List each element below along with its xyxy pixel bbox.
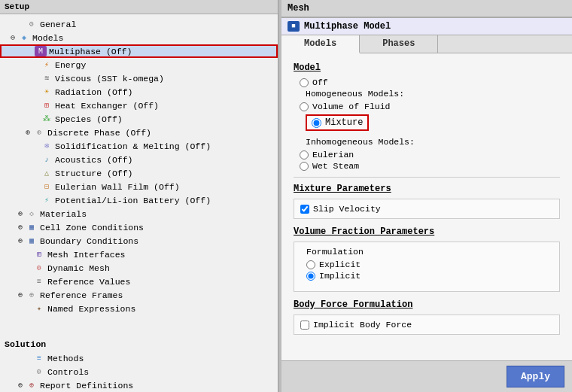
icon-reference-values: ≡ [33, 276, 45, 287]
icon-sol-report: ⊕ [26, 380, 38, 390]
right-panel-header: Mesh [281, 0, 572, 17]
tree-item-cell[interactable]: ⊕▦Cell Zone Conditions [0, 220, 278, 234]
label-off: Off [312, 77, 328, 87]
model-option-eulerian[interactable]: Eulerian [300, 150, 560, 160]
tree-item-eulerian[interactable]: ⊟Eulerian Wall Film (Off) [0, 180, 278, 193]
icon-potential: ⚡ [41, 195, 53, 205]
tree-item-heat[interactable]: ⊞Heat Exchanger (Off) [0, 99, 278, 112]
label-species: Species (Off) [55, 114, 123, 124]
tree-item-materials[interactable]: ⊕◇Materials [0, 207, 278, 220]
icon-sol-controls: ⚙ [33, 366, 45, 377]
icon-mesh-interfaces: ⊞ [33, 249, 45, 260]
icon-reference-frames: ⊕ [26, 290, 38, 300]
tree-item-solidification[interactable]: ❄Solidification & Melting (Off) [0, 139, 278, 153]
solution-item-controls[interactable]: ⚙Controls [0, 365, 278, 378]
radio-implicit[interactable] [306, 272, 315, 281]
inhomogeneous-label: Inhomogeneous Models: [306, 137, 560, 147]
icon-solidification: ❄ [41, 141, 53, 151]
tree-item-reference-frames[interactable]: ⊕⊕Reference Frames [0, 288, 278, 302]
solution-item-methods[interactable]: ≡Methods [0, 351, 278, 365]
model-option-mixture-highlighted[interactable]: Mixture [306, 114, 369, 131]
tab-models[interactable]: Models [281, 35, 360, 53]
checkbox-implicit-body-force[interactable]: Implicit Body Force [300, 320, 553, 330]
icon-materials: ◇ [26, 208, 38, 219]
tree-item-potential[interactable]: ⚡Potential/Li-ion Battery (Off) [0, 193, 278, 207]
label-boundary: Boundary Conditions [40, 236, 138, 246]
dialog-title: Multiphase Model [304, 21, 391, 32]
right-panel: Mesh ■ Multiphase Model Models Phases Mo… [281, 0, 572, 392]
tree-item-structure[interactable]: △Structure (Off) [0, 166, 278, 180]
mixture-params-title: Mixture Parameters [294, 184, 560, 194]
apply-button[interactable]: Apply [507, 366, 564, 387]
label-viscous: Viscous (SST k-omega) [55, 74, 164, 84]
expander-cell[interactable]: ⊕ [15, 223, 26, 232]
setup-header: Setup [0, 0, 278, 14]
label-sol-report: Report Definitions [40, 381, 133, 390]
right-panel-title: Mesh [288, 3, 309, 14]
tree-item-discrete[interactable]: ⊕⊕Discrete Phase (Off) [0, 126, 278, 139]
tree-item-boundary[interactable]: ⊕▦Boundary Conditions [0, 234, 278, 248]
tree-item-mesh-interfaces[interactable]: ⊞Mesh Interfaces [0, 248, 278, 261]
icon-structure: △ [41, 168, 53, 178]
tree-item-reference-values[interactable]: ≡Reference Values [0, 275, 278, 288]
radio-off[interactable] [300, 78, 309, 87]
icon-energy: ⚡ [41, 59, 53, 70]
tree-item-species[interactable]: ⁂Species (Off) [0, 112, 278, 126]
tree-item-multiphase[interactable]: MMultiphase (Off) [0, 44, 278, 58]
radio-eulerian[interactable] [300, 150, 309, 160]
checkbox-slip-velocity[interactable]: Slip Velocity [300, 204, 553, 214]
label-acoustics: Acoustics (Off) [55, 155, 133, 165]
expander-models[interactable]: ⊖ [8, 33, 18, 42]
expander-boundary[interactable]: ⊕ [15, 236, 26, 245]
expander-reference-frames[interactable]: ⊕ [15, 290, 26, 299]
tree-item-viscous[interactable]: ≋Viscous (SST k-omega) [0, 71, 278, 85]
label-general: General [40, 20, 76, 29]
cb-slip-velocity[interactable] [300, 205, 309, 214]
cb-implicit-body-force[interactable] [300, 321, 309, 330]
radio-mixture[interactable] [312, 118, 321, 128]
solution-header: Solution [0, 337, 278, 351]
homogeneous-label: Homogeneous Models: [306, 89, 560, 99]
expander-sol-report[interactable]: ⊕ [15, 381, 26, 390]
expander-materials[interactable]: ⊕ [15, 209, 26, 218]
label-reference-frames: Reference Frames [40, 290, 123, 300]
icon-heat: ⊞ [41, 100, 53, 111]
label-eulerian: Eulerian Wall Film (Off) [55, 182, 180, 192]
solution-item-report[interactable]: ⊕⊕Report Definitions [0, 378, 278, 392]
radio-vof[interactable] [300, 102, 309, 111]
formulation-implicit[interactable]: Implicit [306, 271, 553, 281]
formulation-options: Explicit Implicit [306, 260, 553, 281]
model-section-title: Model [294, 62, 560, 73]
icon-boundary: ▦ [26, 236, 38, 246]
body-force-box: Implicit Body Force [294, 315, 560, 335]
label-implicit: Implicit [319, 271, 361, 281]
radio-explicit[interactable] [306, 260, 315, 269]
icon-species: ⁂ [41, 114, 53, 124]
label-implicit-body-force: Implicit Body Force [313, 320, 412, 330]
tree-item-acoustics[interactable]: ♪Acoustics (Off) [0, 153, 278, 166]
label-solidification: Solidification & Melting (Off) [55, 141, 211, 151]
tree-item-models[interactable]: ⊖◈Models [0, 31, 278, 44]
mixture-params-box: Slip Velocity [294, 199, 560, 219]
label-models: Models [32, 33, 63, 43]
separator1 [294, 177, 560, 178]
tree-item-general[interactable]: ⚙General [0, 17, 278, 31]
model-option-off[interactable]: Off [300, 77, 560, 87]
model-option-vof[interactable]: Volume of Fluid [300, 102, 560, 111]
tab-phases[interactable]: Phases [360, 35, 438, 53]
icon-radiation: ☀ [41, 87, 53, 97]
model-option-wet-steam[interactable]: Wet Steam [300, 161, 560, 171]
tree-item-dynamic-mesh[interactable]: ⚙Dynamic Mesh [0, 261, 278, 275]
label-discrete: Discrete Phase (Off) [47, 128, 151, 138]
formulation-explicit[interactable]: Explicit [306, 260, 553, 269]
tree-item-energy[interactable]: ⚡Energy [0, 58, 278, 71]
icon-named: ✦ [33, 303, 45, 314]
expander-discrete[interactable]: ⊕ [23, 128, 33, 137]
formulation-label: Formulation [306, 247, 553, 257]
tree-container: ⚙General⊖◈ModelsMMultiphase (Off)⚡Energy… [0, 14, 278, 336]
tree-item-named[interactable]: ✦Named Expressions [0, 302, 278, 315]
tree-item-radiation[interactable]: ☀Radiation (Off) [0, 85, 278, 99]
volume-fraction-box: Formulation Explicit Implicit [294, 242, 560, 292]
icon-general: ⚙ [26, 19, 38, 29]
radio-wet-steam[interactable] [300, 162, 309, 171]
